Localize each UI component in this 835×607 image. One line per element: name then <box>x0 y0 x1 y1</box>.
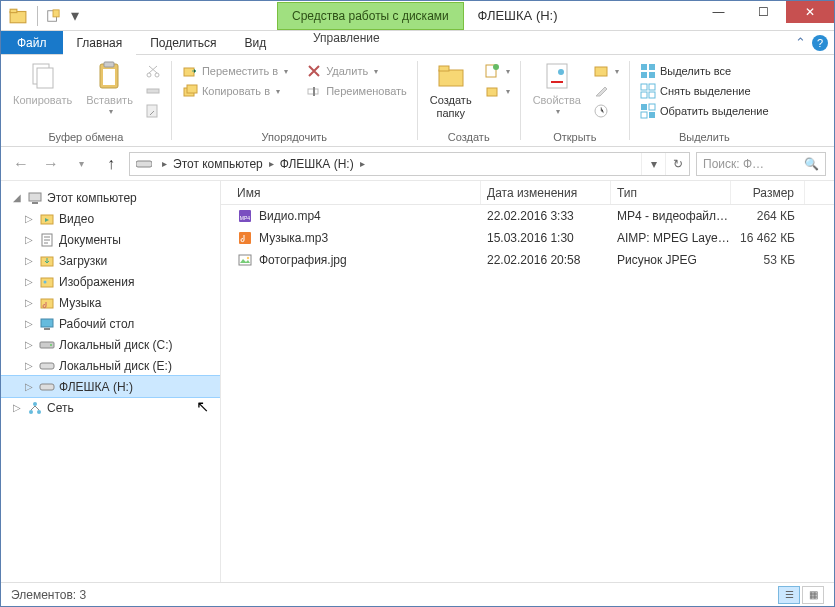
tree-item[interactable]: ▷Музыка <box>1 292 220 313</box>
tree-item-label: Сеть <box>47 401 74 415</box>
app-icon <box>9 7 27 25</box>
expand-icon[interactable]: ▷ <box>23 360 35 371</box>
svg-rect-25 <box>595 67 607 76</box>
breadcrumb-current[interactable]: ФЛЕШКА (H:) <box>278 157 356 171</box>
tab-file[interactable]: Файл <box>1 31 63 54</box>
select-all-button[interactable]: Выделить все <box>636 62 773 80</box>
expand-icon[interactable]: ▷ <box>23 276 35 287</box>
tree-item[interactable]: ▷Сеть <box>1 397 220 418</box>
svg-rect-38 <box>649 112 655 118</box>
breadcrumb-root[interactable]: Этот компьютер <box>171 157 265 171</box>
qat-dropdown-icon[interactable]: ▾ <box>64 5 86 27</box>
expand-icon[interactable]: ▷ <box>23 381 35 392</box>
breadcrumb-chevron-icon[interactable]: ▸ <box>265 158 278 169</box>
navigation-pane[interactable]: ◢ Этот компьютер ▷Видео▷Документы▷Загруз… <box>1 181 221 582</box>
group-select-label: Выделить <box>636 128 773 146</box>
properties-button[interactable]: Свойства ▾ <box>527 58 587 118</box>
tab-share[interactable]: Поделиться <box>136 31 230 54</box>
svg-rect-32 <box>649 84 655 90</box>
delete-button[interactable]: Удалить▾ <box>302 62 411 80</box>
file-list[interactable]: MP4Видио.mp422.02.2016 3:33MP4 - видеофа… <box>221 205 834 271</box>
details-view-button[interactable]: ☰ <box>778 586 800 604</box>
column-size[interactable]: Размер <box>731 181 805 204</box>
svg-rect-7 <box>104 62 114 67</box>
tree-item[interactable]: ▷Изображения <box>1 271 220 292</box>
help-button[interactable]: ? <box>812 35 828 51</box>
move-to-button[interactable]: Переместить в▾ <box>178 62 292 80</box>
easy-access-button[interactable]: ▾ <box>480 82 514 100</box>
copy-path-button[interactable] <box>141 82 165 100</box>
svg-rect-1 <box>10 9 17 12</box>
file-row[interactable]: Фотография.jpg22.02.2016 20:58Рисунок JP… <box>221 249 834 271</box>
paste-shortcut-button[interactable] <box>141 102 165 120</box>
tab-home[interactable]: Главная <box>63 32 137 55</box>
tree-item[interactable]: ▷Документы <box>1 229 220 250</box>
expand-icon[interactable]: ▷ <box>23 318 35 329</box>
search-input[interactable]: Поиск: Ф… 🔍 <box>696 152 826 176</box>
back-button[interactable]: ← <box>9 152 33 176</box>
expand-icon[interactable]: ▷ <box>23 339 35 350</box>
refresh-button[interactable]: ↻ <box>665 153 689 175</box>
collapse-icon[interactable]: ◢ <box>11 192 23 203</box>
tree-item-label: Локальный диск (C:) <box>59 338 173 352</box>
moveto-icon <box>182 63 198 79</box>
edit-button[interactable] <box>589 82 623 100</box>
ribbon-collapse-icon[interactable]: ⌃ <box>795 35 806 50</box>
tree-root-computer[interactable]: ◢ Этот компьютер <box>1 187 220 208</box>
tab-manage[interactable]: Управление <box>299 31 394 45</box>
tree-item[interactable]: ▷Локальный диск (C:) <box>1 334 220 355</box>
context-tab-drive-tools[interactable]: Средства работы с дисками <box>277 2 464 30</box>
expand-icon[interactable]: ▷ <box>23 234 35 245</box>
drive-icon <box>39 358 55 374</box>
paste-button[interactable]: Вставить ▾ <box>80 58 139 118</box>
expand-icon[interactable]: ▷ <box>23 255 35 266</box>
column-name[interactable]: Имя <box>231 181 481 204</box>
svg-point-24 <box>558 69 564 75</box>
expand-icon[interactable]: ▷ <box>23 297 35 308</box>
file-size: 53 КБ <box>731 253 805 267</box>
qat-properties-icon[interactable] <box>42 5 64 27</box>
svg-rect-30 <box>649 72 655 78</box>
close-button[interactable]: ✕ <box>786 1 834 23</box>
tree-item[interactable]: ▷Видео <box>1 208 220 229</box>
icons-view-button[interactable]: ▦ <box>802 586 824 604</box>
svg-rect-19 <box>439 66 449 71</box>
expand-icon[interactable]: ▷ <box>11 402 23 413</box>
column-headers[interactable]: Имя Дата изменения Тип Размер <box>221 181 834 205</box>
invert-selection-button[interactable]: Обратить выделение <box>636 102 773 120</box>
svg-rect-29 <box>641 72 647 78</box>
group-organize-label: Упорядочить <box>178 128 411 146</box>
tree-item[interactable]: ▷Рабочий стол <box>1 313 220 334</box>
new-item-button[interactable]: ▾ <box>480 62 514 80</box>
select-none-button[interactable]: Снять выделение <box>636 82 773 100</box>
file-row[interactable]: MP4Видио.mp422.02.2016 3:33MP4 - видеофа… <box>221 205 834 227</box>
copy-button[interactable]: Копировать <box>7 58 78 109</box>
properties-icon <box>541 60 573 92</box>
minimize-button[interactable]: — <box>696 1 741 23</box>
svg-rect-23 <box>547 64 567 88</box>
column-type[interactable]: Тип <box>611 181 731 204</box>
history-dropdown-button[interactable]: ▾ <box>641 153 665 175</box>
recent-button[interactable]: ▾ <box>69 152 93 176</box>
new-folder-button[interactable]: Создать папку <box>424 58 478 121</box>
cut-button[interactable] <box>141 62 165 80</box>
file-date: 15.03.2016 1:30 <box>481 231 611 245</box>
expand-icon[interactable]: ▷ <box>23 213 35 224</box>
open-button[interactable]: ▾ <box>589 62 623 80</box>
history-button[interactable] <box>589 102 623 120</box>
tab-view[interactable]: Вид <box>230 31 280 54</box>
maximize-button[interactable]: ☐ <box>741 1 786 23</box>
svg-rect-28 <box>649 64 655 70</box>
forward-button[interactable]: → <box>39 152 63 176</box>
column-date[interactable]: Дата изменения <box>481 181 611 204</box>
copy-to-button[interactable]: Копировать в▾ <box>178 82 292 100</box>
tree-item[interactable]: ▷Локальный диск (E:) <box>1 355 220 376</box>
breadcrumb-chevron-icon[interactable]: ▸ <box>158 158 171 169</box>
address-bar[interactable]: ▸ Этот компьютер ▸ ФЛЕШКА (H:) ▸ ▾ ↻ <box>129 152 690 176</box>
breadcrumb-chevron-icon[interactable]: ▸ <box>356 158 369 169</box>
file-row[interactable]: Музыка.mp315.03.2016 1:30AIMP: MPEG Laye… <box>221 227 834 249</box>
rename-button[interactable]: Переименовать <box>302 82 411 100</box>
tree-item[interactable]: ▷Загрузки <box>1 250 220 271</box>
up-button[interactable]: ↑ <box>99 152 123 176</box>
tree-item[interactable]: ▷ФЛЕШКА (H:) <box>1 376 220 397</box>
